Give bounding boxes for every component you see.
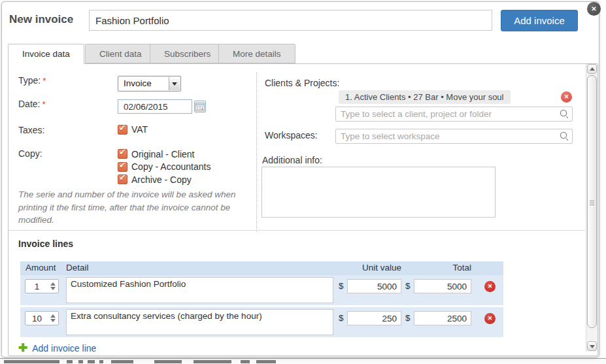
invoice-name-input[interactable] bbox=[89, 10, 492, 31]
total-column-header: Total bbox=[406, 263, 471, 273]
amount-input[interactable] bbox=[26, 280, 48, 292]
copy-checkbox[interactable] bbox=[118, 162, 127, 172]
detail-column-header: Detail bbox=[66, 263, 89, 273]
invoice-lines-header: Amount Detail Unit value Total bbox=[20, 261, 503, 275]
dropdown-arrow-icon[interactable] bbox=[169, 77, 180, 90]
copy-checkbox-label: Copy - Accountants bbox=[131, 161, 210, 172]
required-marker: * bbox=[42, 99, 45, 109]
spinner-up-icon[interactable] bbox=[50, 314, 56, 318]
tab-subscribers[interactable]: Subscribers bbox=[150, 44, 225, 63]
currency-symbol: $ bbox=[339, 281, 344, 291]
date-input[interactable] bbox=[118, 99, 192, 114]
date-label: Date:* bbox=[18, 99, 46, 109]
unit-value-input[interactable] bbox=[347, 279, 401, 293]
type-label: Type:* bbox=[18, 75, 46, 86]
unit-value-input[interactable] bbox=[347, 311, 401, 325]
total-input[interactable] bbox=[414, 311, 471, 325]
copy-option: Copy - Accountants bbox=[118, 161, 210, 174]
copy-option: Archive - Copy bbox=[118, 173, 210, 186]
currency-symbol: $ bbox=[405, 313, 411, 323]
additional-info-label: Additional info: bbox=[262, 155, 322, 165]
remove-client-icon[interactable]: ✕ bbox=[561, 91, 572, 103]
column-divider bbox=[256, 73, 257, 232]
invoice-lines-title: Invoice lines bbox=[18, 239, 73, 249]
amount-column-header: Amount bbox=[25, 263, 56, 273]
copy-checkbox[interactable] bbox=[118, 149, 127, 159]
amount-stepper[interactable] bbox=[25, 279, 59, 293]
copy-checkbox[interactable] bbox=[118, 174, 127, 184]
spinner-up-icon[interactable] bbox=[50, 282, 56, 286]
taxes-label: Taxes: bbox=[18, 125, 44, 135]
type-select[interactable]: Invoice bbox=[118, 76, 181, 91]
amount-stepper[interactable] bbox=[25, 311, 59, 325]
vat-checkbox[interactable] bbox=[118, 125, 127, 135]
invoice-line-row: Customized Fashion Portfolio $ $ ✕ bbox=[20, 275, 503, 305]
required-marker: * bbox=[42, 76, 46, 86]
delete-line-icon[interactable]: ✕ bbox=[484, 281, 496, 292]
scroll-up-icon[interactable] bbox=[587, 64, 597, 74]
scroll-down-icon[interactable] bbox=[587, 341, 597, 351]
unit-value-column-header: Unit value bbox=[323, 263, 401, 273]
scrollbar-thumb[interactable] bbox=[587, 75, 597, 328]
selected-client-tag: 1. Active Clients • 27 Bar • Move your s… bbox=[339, 90, 511, 104]
add-invoice-button[interactable]: Add invoice bbox=[501, 10, 578, 31]
search-icon[interactable] bbox=[559, 108, 570, 120]
close-icon[interactable]: ✕ bbox=[587, 2, 601, 16]
additional-info-textarea[interactable] bbox=[261, 167, 496, 218]
workspace-search-input[interactable] bbox=[335, 129, 573, 144]
invoice-lines-rows: Customized Fashion Portfolio $ $ ✕ Extra… bbox=[20, 275, 503, 339]
spinner-down-icon[interactable] bbox=[50, 287, 56, 290]
copy-option: Original - Client bbox=[118, 148, 210, 161]
workspaces-label: Workspaces: bbox=[265, 130, 318, 141]
copy-checkbox-label: Original - Client bbox=[131, 149, 194, 159]
copy-label: Copy: bbox=[18, 148, 42, 159]
currency-symbol: $ bbox=[405, 281, 411, 291]
obscured-background-page bbox=[0, 358, 606, 364]
invoice-line-row: Extra consultancy services (charged by t… bbox=[20, 307, 503, 337]
plus-icon: ✚ bbox=[18, 342, 27, 354]
tab-client-data[interactable]: Client data bbox=[85, 44, 156, 63]
vat-option: VAT bbox=[118, 124, 148, 135]
amount-input[interactable] bbox=[26, 312, 48, 324]
detail-textarea[interactable]: Extra consultancy services (charged by t… bbox=[66, 309, 333, 335]
clients-projects-label: Clients & Projects: bbox=[265, 78, 339, 88]
type-select-value: Invoice bbox=[124, 78, 152, 88]
add-invoice-line-label: Add invoice line bbox=[32, 343, 96, 354]
copy-options: Original - ClientCopy - AccountantsArchi… bbox=[118, 148, 210, 186]
spinner-down-icon[interactable] bbox=[50, 319, 56, 322]
detail-textarea[interactable]: Customized Fashion Portfolio bbox=[66, 277, 333, 303]
tab-more-details[interactable]: More details bbox=[218, 44, 295, 63]
client-search-input[interactable] bbox=[335, 107, 573, 122]
search-icon[interactable] bbox=[559, 131, 570, 142]
calendar-icon[interactable] bbox=[194, 101, 206, 112]
copy-checkbox-label: Archive - Copy bbox=[131, 174, 192, 185]
delete-line-icon[interactable]: ✕ bbox=[484, 313, 496, 324]
page-title: New invoice bbox=[9, 13, 73, 26]
currency-symbol: $ bbox=[339, 313, 344, 323]
vat-checkbox-label: VAT bbox=[131, 124, 148, 135]
vertical-scrollbar[interactable] bbox=[586, 64, 598, 352]
section-divider bbox=[8, 230, 585, 231]
serie-note: The serie and number of the invoice will… bbox=[18, 188, 244, 227]
tab-invoice-data[interactable]: Invoice data bbox=[8, 44, 84, 64]
add-invoice-line-link[interactable]: ✚ Add invoice line bbox=[18, 342, 96, 354]
scrollbar-grip bbox=[590, 201, 594, 207]
total-input[interactable] bbox=[414, 279, 471, 293]
page: ✕ New invoice Add invoice Invoice data C… bbox=[0, 0, 606, 364]
